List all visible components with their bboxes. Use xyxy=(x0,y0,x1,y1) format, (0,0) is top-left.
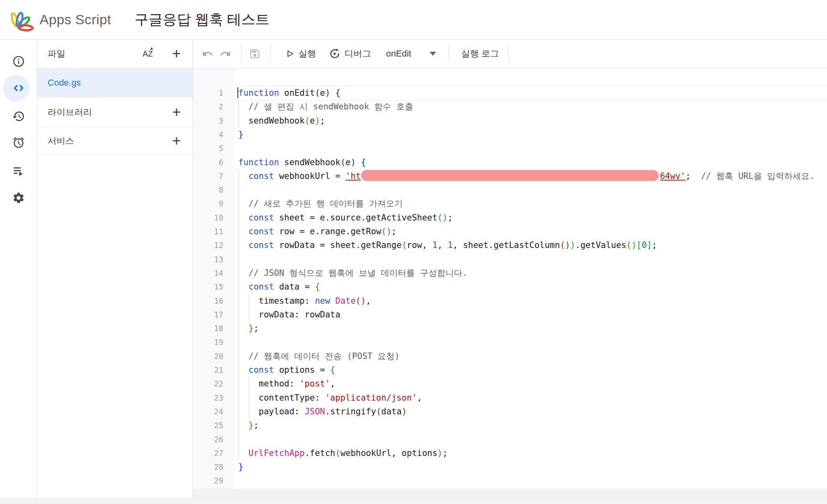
line-number[interactable]: 18 xyxy=(193,321,223,335)
code-line-text: contentType: 'application/json', xyxy=(238,391,422,405)
code-line[interactable]: 26 xyxy=(193,433,827,446)
code-line[interactable]: 8 xyxy=(193,183,827,197)
line-number[interactable]: 15 xyxy=(193,280,223,294)
sidebar-item-triggers[interactable] xyxy=(0,130,37,155)
code-line[interactable]: 9 // 새로 추가된 행 데이터를 가져오기 xyxy=(193,197,827,210)
code-line[interactable]: 12 const rowData = sheet.getRange(row, 1… xyxy=(193,238,827,252)
line-number[interactable]: 27 xyxy=(193,446,223,460)
line-number[interactable]: 17 xyxy=(193,308,223,321)
code-line[interactable]: 2 // 셀 편집 시 sendWebhook 함수 호출 xyxy=(193,100,827,113)
section-services[interactable]: 서비스 + xyxy=(37,127,193,155)
code-line[interactable]: 22 method: 'post', xyxy=(193,377,827,391)
code-line-text: }; xyxy=(238,321,259,335)
line-number[interactable]: 10 xyxy=(193,211,223,225)
code-line[interactable]: 15 const data = { xyxy=(193,280,827,294)
code-line[interactable]: 7 const webhookUrl = 'ht64wv'; // 웹훅 URL… xyxy=(193,169,827,183)
line-number[interactable]: 13 xyxy=(193,252,223,266)
code-line-text: // 셀 편집 시 sendWebhook 함수 호출 xyxy=(238,100,414,113)
code-token: webhookUrl xyxy=(279,171,335,181)
line-number[interactable]: 5 xyxy=(193,141,223,155)
code-token: ) xyxy=(402,407,407,416)
file-item-codegs[interactable]: Code.gs xyxy=(37,69,193,97)
code-token: = xyxy=(310,213,320,223)
line-number[interactable]: 21 xyxy=(193,363,223,377)
code-line[interactable]: 19 xyxy=(193,335,827,349)
code-line[interactable]: 29 xyxy=(193,474,827,487)
add-service-button[interactable]: + xyxy=(168,132,185,149)
redacted-webhook-url xyxy=(361,170,659,181)
sidebar-item-overview[interactable] xyxy=(0,49,37,74)
code-token: ; xyxy=(254,420,259,430)
line-number[interactable]: 4 xyxy=(193,128,223,141)
line-number[interactable]: 12 xyxy=(193,238,223,252)
code-token: ; xyxy=(254,323,259,333)
line-number[interactable]: 28 xyxy=(193,460,223,474)
line-number[interactable]: 29 xyxy=(193,474,223,487)
code-content[interactable]: 1function onEdit(e) {2 // 셀 편집 시 sendWeb… xyxy=(193,0,827,504)
sidebar-item-settings[interactable] xyxy=(0,186,37,210)
code-line[interactable]: 24 payload: JSON.stringify(data) xyxy=(193,405,827,418)
line-number[interactable]: 16 xyxy=(193,294,223,308)
line-number[interactable]: 7 xyxy=(193,169,223,183)
apps-script-wordmark[interactable]: Apps Script xyxy=(40,0,111,39)
code-token: // JSON 형식으로 웹훅에 보낼 데이터를 구성합니다. xyxy=(238,268,468,278)
line-number[interactable]: 14 xyxy=(193,266,223,280)
sidebar-item-executions[interactable] xyxy=(0,159,37,183)
code-token: function xyxy=(238,88,284,98)
line-number[interactable]: 22 xyxy=(193,377,223,391)
code-token xyxy=(356,158,361,167)
line-number[interactable]: 20 xyxy=(193,349,223,363)
add-file-button[interactable]: + xyxy=(168,45,185,62)
code-token: 'ht xyxy=(346,171,361,181)
line-number[interactable]: 8 xyxy=(193,183,223,197)
code-line-text: const webhookUrl = 'ht64wv'; // 웹훅 URL을 … xyxy=(238,169,814,183)
code-token: } xyxy=(238,420,254,430)
code-token: 64wv' xyxy=(660,171,685,181)
line-number[interactable]: 11 xyxy=(193,225,223,238)
code-token: data xyxy=(381,407,402,416)
code-line-text: sendWebhook(e); xyxy=(238,114,325,128)
code-line[interactable]: 25 }; xyxy=(193,418,827,432)
apps-script-logo-icon[interactable] xyxy=(11,8,34,32)
sidebar-item-editor[interactable] xyxy=(0,76,37,100)
code-line[interactable]: 27 UrlFetchApp.fetch(webhookUrl, options… xyxy=(193,446,827,460)
code-line[interactable]: 21 const options = { xyxy=(193,363,827,377)
code-line[interactable]: 16 timestamp: new Date(), xyxy=(193,294,827,308)
code-line[interactable]: 18 }; xyxy=(193,321,827,335)
sidebar-item-project-history[interactable] xyxy=(0,104,37,128)
code-line[interactable]: 14 // JSON 형식으로 웹훅에 보낼 데이터를 구성합니다. xyxy=(193,266,827,280)
code-line[interactable]: 23 contentType: 'application/json', xyxy=(193,391,827,405)
line-number[interactable]: 19 xyxy=(193,335,223,349)
code-line[interactable]: 20 // 웹훅에 데이터 전송 (POST 요청) xyxy=(193,349,827,363)
code-line[interactable]: 13 xyxy=(193,252,827,266)
left-nav-rail xyxy=(0,40,37,501)
sort-az-icon[interactable]: A▲Z xyxy=(143,46,161,61)
line-number[interactable]: 9 xyxy=(193,197,223,210)
line-number[interactable]: 25 xyxy=(193,418,223,432)
code-token: function xyxy=(238,158,284,167)
code-line[interactable]: 5 xyxy=(193,141,827,155)
services-label: 서비스 xyxy=(48,135,74,147)
add-library-button[interactable]: + xyxy=(168,104,185,121)
line-number[interactable]: 3 xyxy=(193,114,223,128)
code-line[interactable]: 17 rowData: rowData xyxy=(193,308,827,321)
code-line[interactable]: 3 sendWebhook(e); xyxy=(193,114,827,128)
code-token: () xyxy=(356,296,366,306)
code-token: new xyxy=(315,296,336,306)
code-token: payload: xyxy=(238,407,304,416)
code-token: 'post' xyxy=(300,379,330,388)
code-line[interactable]: 10 const sheet = e.source.getActiveSheet… xyxy=(193,211,827,225)
line-number[interactable]: 26 xyxy=(193,433,223,446)
code-token: 1 xyxy=(447,240,453,250)
code-line[interactable]: 4} xyxy=(193,128,827,141)
line-number[interactable]: 23 xyxy=(193,391,223,405)
line-number[interactable]: 1 xyxy=(193,86,223,100)
code-line[interactable]: 11 const row = e.range.getRow(); xyxy=(193,225,827,238)
code-line[interactable]: 1function onEdit(e) { xyxy=(193,86,827,100)
section-libraries[interactable]: 라이브러리 + xyxy=(37,98,193,127)
code-line[interactable]: 6function sendWebhook(e) { xyxy=(193,155,827,169)
line-number[interactable]: 2 xyxy=(193,100,223,113)
line-number[interactable]: 6 xyxy=(193,155,223,169)
code-line[interactable]: 28} xyxy=(193,460,827,474)
line-number[interactable]: 24 xyxy=(193,405,223,418)
